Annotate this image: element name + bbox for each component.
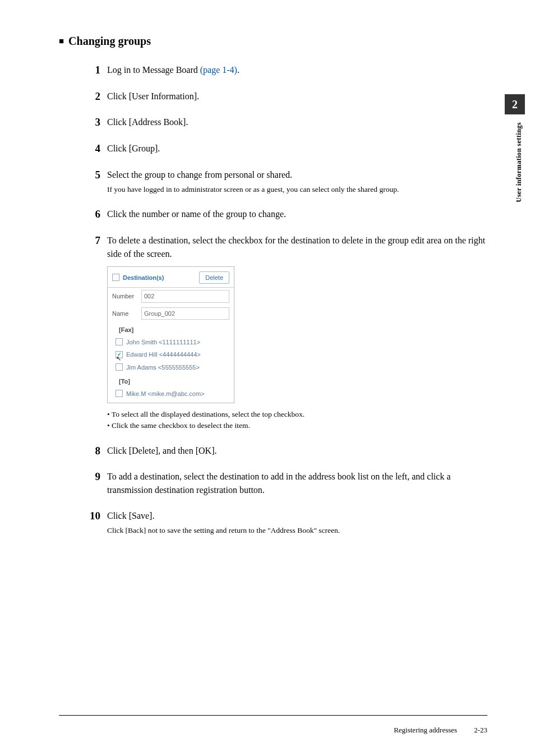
ui-screenshot: Destination(s) Delete Number 002 Name Gr… — [107, 266, 234, 404]
panel-title: Destination(s) — [123, 273, 164, 283]
category-label: [Fax] — [108, 322, 234, 336]
step-3: 3 Click [Address Book]. — [84, 116, 487, 130]
delete-button[interactable]: Delete — [199, 271, 229, 284]
step-number: 8 — [84, 444, 107, 458]
step-number: 10 — [84, 509, 107, 536]
entry-text: John Smith <1111111111> — [126, 338, 200, 347]
step-number: 9 — [84, 470, 107, 497]
step-1: 1 Log in to Message Board (page 1-4). — [84, 63, 487, 77]
step-7: 7 To delete a destination, select the ch… — [84, 234, 487, 432]
field-label: Name — [112, 309, 141, 319]
step-subtext: If you have logged in to administrator s… — [107, 184, 399, 195]
list-item[interactable]: ✔ Edward Hill <4444444444> ↖ — [108, 348, 234, 361]
entry-text: Jim Adams <5555555555> — [126, 363, 200, 372]
step-2: 2 Click [User Information]. — [84, 90, 487, 104]
entry-text: Mike.M <mike.m@abc.com> — [126, 389, 205, 399]
list-item[interactable]: Jim Adams <5555555555> — [108, 361, 234, 374]
list-item[interactable]: John Smith <1111111111> — [108, 336, 234, 349]
step-4: 4 Click [Group]. — [84, 142, 487, 156]
footer-page-number: 2-23 — [474, 726, 487, 735]
select-all-checkbox[interactable] — [112, 274, 119, 281]
page-ref-link[interactable]: (page 1-4) — [200, 65, 237, 75]
step-number: 5 — [84, 168, 107, 195]
step-subtext: Click [Back] not to save the setting and… — [107, 525, 340, 536]
section-heading: ■Changing groups — [59, 35, 487, 48]
step-number: 3 — [84, 116, 107, 130]
name-field[interactable]: Group_002 — [141, 307, 229, 320]
entry-text: Edward Hill <4444444444> — [126, 350, 201, 359]
step-text: Click [Save]. — [107, 509, 340, 523]
step-8: 8 Click [Delete], and then [OK]. — [84, 444, 487, 458]
step-text-tail: . — [237, 65, 239, 75]
chapter-number: 2 — [512, 98, 518, 111]
footer-title: Registering addresses — [394, 726, 457, 735]
step-text: Click [Delete], and then [OK]. — [107, 444, 216, 458]
chapter-tab: 2 — [505, 94, 525, 114]
step-6: 6 Click the number or name of the group … — [84, 208, 487, 222]
step-number: 7 — [84, 234, 107, 432]
entry-checkbox[interactable] — [116, 390, 123, 397]
step-text: Select the group to change from personal… — [107, 168, 399, 182]
step-number: 2 — [84, 90, 107, 104]
step-9: 9 To add a destination, select the desti… — [84, 470, 487, 497]
step-number: 4 — [84, 142, 107, 156]
page-footer: Registering addresses 2-23 — [394, 726, 487, 735]
step-text: Click [Address Book]. — [107, 116, 188, 130]
field-label: Number — [112, 292, 141, 301]
step-5: 5 Select the group to change from person… — [84, 168, 487, 195]
list-item[interactable]: Mike.M <mike.m@abc.com> — [108, 388, 234, 403]
step-text: Click [User Information]. — [107, 90, 199, 104]
bullet-text: Click the same checkbox to deselect the … — [107, 420, 487, 431]
step-text: Click [Group]. — [107, 142, 160, 156]
step-text: Log in to Message Board — [107, 65, 200, 75]
number-field[interactable]: 002 — [141, 290, 229, 303]
footer-rule — [59, 715, 487, 716]
category-label: [To] — [108, 374, 234, 388]
entry-checkbox[interactable] — [116, 363, 123, 371]
step-text: To add a destination, select the destina… — [107, 470, 487, 497]
step-text: Click the number or name of the group to… — [107, 208, 286, 222]
entry-checkbox[interactable] — [116, 338, 123, 345]
cursor-icon: ↖ — [116, 354, 121, 363]
section-title-text: Changing groups — [68, 35, 151, 47]
step-number: 1 — [84, 63, 107, 77]
step-text: To delete a destination, select the chec… — [107, 234, 487, 261]
bullet-text: To select all the displayed destinations… — [107, 409, 487, 420]
bullet-square-icon: ■ — [59, 36, 64, 45]
step-10: 10 Click [Save]. Click [Back] not to sav… — [84, 509, 487, 536]
chapter-side-label: User information settings — [515, 122, 523, 202]
step-number: 6 — [84, 208, 107, 222]
